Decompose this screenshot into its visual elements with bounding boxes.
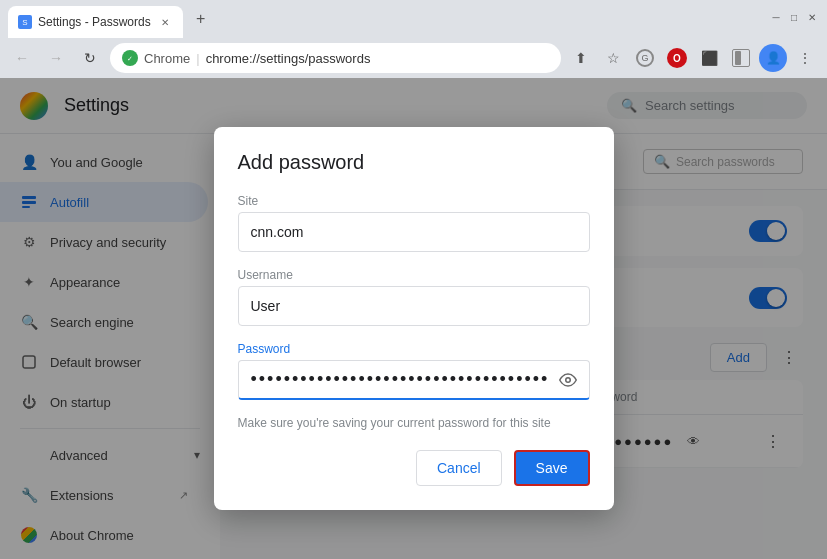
- toggle-password-visibility-button[interactable]: [556, 368, 580, 392]
- g-icon-button[interactable]: G: [631, 44, 659, 72]
- window-controls: ─ □ ✕: [769, 10, 819, 28]
- site-label: Site: [238, 194, 590, 208]
- opera-icon-button[interactable]: O: [663, 44, 691, 72]
- username-label: Username: [238, 268, 590, 282]
- page-content: Settings 🔍 Search settings 👤 You and Goo…: [0, 78, 827, 559]
- dialog-title: Add password: [238, 151, 590, 174]
- profile-button[interactable]: 👤: [759, 44, 787, 72]
- password-field-group: Password: [238, 342, 590, 400]
- tab-bar: S Settings - Passwords ✕ + ─ □ ✕: [0, 0, 827, 38]
- opera-logo: O: [667, 48, 687, 68]
- chrome-label: Chrome: [144, 51, 190, 66]
- tab-close-button[interactable]: ✕: [157, 14, 173, 30]
- svg-point-6: [565, 378, 570, 383]
- password-label: Password: [238, 342, 590, 356]
- add-password-dialog: Add password Site Username Password: [214, 127, 614, 510]
- share-button[interactable]: ⬆: [567, 44, 595, 72]
- dialog-overlay: Add password Site Username Password: [0, 78, 827, 559]
- menu-button[interactable]: ⋮: [791, 44, 819, 72]
- nav-bar: ← → ↻ ✓ Chrome | chrome://settings/passw…: [0, 38, 827, 78]
- bookmark-button[interactable]: ☆: [599, 44, 627, 72]
- new-tab-button[interactable]: +: [187, 5, 215, 33]
- active-tab[interactable]: S Settings - Passwords ✕: [8, 6, 183, 38]
- minimize-button[interactable]: ─: [769, 10, 783, 24]
- maximize-button[interactable]: □: [787, 10, 801, 24]
- dialog-actions: Cancel Save: [238, 450, 590, 486]
- extensions-button[interactable]: ⬛: [695, 44, 723, 72]
- site-field-group: Site: [238, 194, 590, 252]
- sidebar-toggle-button[interactable]: [727, 44, 755, 72]
- username-field-group: Username: [238, 268, 590, 326]
- password-input[interactable]: [238, 360, 590, 400]
- back-button[interactable]: ←: [8, 44, 36, 72]
- tab-favicon: S: [18, 15, 32, 29]
- tab-title: Settings - Passwords: [38, 15, 151, 29]
- close-window-button[interactable]: ✕: [805, 10, 819, 24]
- address-bar[interactable]: ✓ Chrome | chrome://settings/passwords: [110, 43, 561, 73]
- password-input-wrap: [238, 360, 590, 400]
- hint-text: Make sure you're saving your current pas…: [238, 416, 590, 430]
- forward-button[interactable]: →: [42, 44, 70, 72]
- refresh-button[interactable]: ↻: [76, 44, 104, 72]
- nav-icons: ⬆ ☆ G O ⬛ 👤 ⋮: [567, 44, 819, 72]
- cancel-button[interactable]: Cancel: [416, 450, 502, 486]
- svg-text:✓: ✓: [127, 55, 133, 62]
- secure-icon: ✓: [122, 50, 138, 66]
- username-input[interactable]: [238, 286, 590, 326]
- url-text: chrome://settings/passwords: [206, 51, 549, 66]
- browser-frame: S Settings - Passwords ✕ + ─ □ ✕ ← → ↻ ✓…: [0, 0, 827, 559]
- site-input[interactable]: [238, 212, 590, 252]
- save-button[interactable]: Save: [514, 450, 590, 486]
